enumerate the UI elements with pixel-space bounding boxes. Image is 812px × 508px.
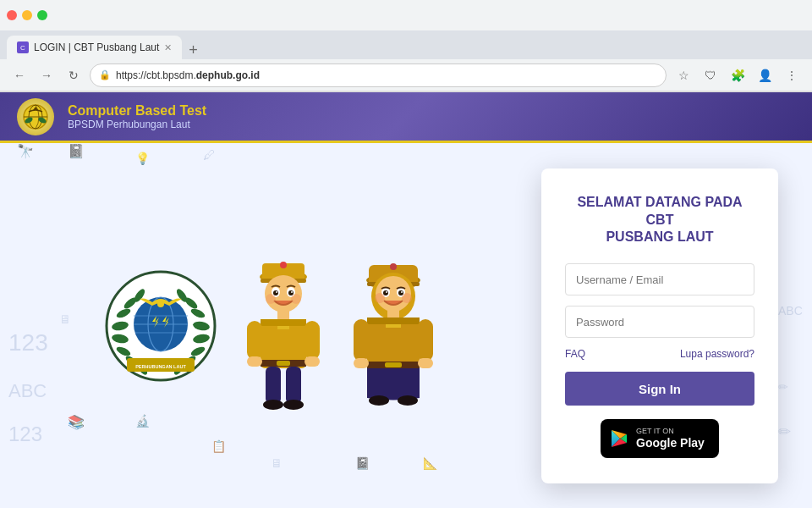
main-area: PERHUBUNGAN LAUT xyxy=(0,143,812,508)
browser-chrome: C LOGIN | CBT Pusbang Laut ✕ + ← → ↻ 🔒 h… xyxy=(0,0,812,92)
google-play-button[interactable]: GET IT ON Google Play xyxy=(601,419,719,458)
google-play-text: GET IT ON Google Play xyxy=(636,427,705,450)
url-display: https://cbt.bpsdm.dephub.go.id xyxy=(116,69,260,81)
svg-rect-52 xyxy=(247,321,262,360)
svg-point-71 xyxy=(401,291,403,293)
login-welcome-title: SELAMAT DATANG PADA CBT PUSBANG LAUT xyxy=(565,194,754,246)
svg-point-36 xyxy=(280,262,287,268)
maximize-window-btn[interactable] xyxy=(37,10,47,20)
svg-rect-82 xyxy=(418,319,433,362)
svg-rect-77 xyxy=(386,324,401,328)
lock-icon: 🔒 xyxy=(99,69,111,80)
password-input[interactable] xyxy=(565,306,754,338)
svg-point-84 xyxy=(369,395,389,406)
svg-point-68 xyxy=(383,290,388,295)
extension-btn[interactable]: 🧩 xyxy=(726,64,749,87)
tab-title: LOGIN | CBT Pusbang Laut xyxy=(34,41,159,53)
svg-rect-79 xyxy=(385,362,402,367)
svg-rect-57 xyxy=(286,367,301,404)
svg-point-42 xyxy=(276,291,277,293)
browser-toolbar: ← → ↻ 🔒 https://cbt.bpsdm.dephub.go.id ☆… xyxy=(0,59,812,91)
character-female-svg xyxy=(347,250,440,411)
google-play-icon xyxy=(609,428,629,449)
svg-rect-76 xyxy=(367,318,420,324)
svg-rect-53 xyxy=(247,356,262,367)
emblem: PERHUBUNGAN LAUT xyxy=(102,267,220,385)
character-male xyxy=(237,250,330,402)
svg-point-40 xyxy=(273,290,278,295)
svg-point-45 xyxy=(291,294,301,304)
faq-link[interactable]: FAQ xyxy=(565,348,585,360)
svg-rect-80 xyxy=(354,319,369,362)
svg-point-85 xyxy=(398,395,418,406)
header-text: Computer Based Test BPSDM Perhubungan La… xyxy=(68,103,206,130)
left-illustrations: PERHUBUNGAN LAUT xyxy=(0,233,541,419)
minimize-window-btn[interactable] xyxy=(22,10,32,20)
add-tab-btn[interactable]: + xyxy=(189,41,198,59)
character-male-svg xyxy=(237,250,330,411)
close-window-btn[interactable] xyxy=(7,10,17,20)
character-female xyxy=(347,250,440,402)
svg-rect-49 xyxy=(277,326,289,329)
svg-rect-56 xyxy=(266,367,281,404)
svg-point-43 xyxy=(291,291,293,293)
page-content: 123 ✏️ 📚 ABC ✏ 🎒 123 📐 ABC 📏 123 ✏ 🔭 📓 💡… xyxy=(0,92,812,508)
address-bar[interactable]: 🔒 https://cbt.bpsdm.dephub.go.id xyxy=(90,64,667,87)
header-subtitle: BPSDM Perhubungan Laut xyxy=(68,119,206,130)
forgot-password-link[interactable]: Lupa password? xyxy=(680,348,754,360)
svg-rect-48 xyxy=(261,319,306,326)
refresh-btn[interactable]: ↻ xyxy=(63,64,85,86)
svg-rect-81 xyxy=(354,358,369,368)
svg-point-72 xyxy=(375,293,385,303)
sign-in-button[interactable]: Sign In xyxy=(565,372,754,406)
svg-point-41 xyxy=(288,290,294,295)
logo-icon xyxy=(22,103,49,130)
svg-text:PERHUBUNGAN LAUT: PERHUBUNGAN LAUT xyxy=(135,364,186,369)
username-input[interactable] xyxy=(565,263,754,295)
svg-point-58 xyxy=(263,400,283,410)
active-tab[interactable]: C LOGIN | CBT Pusbang Laut ✕ xyxy=(7,36,182,59)
svg-rect-55 xyxy=(304,356,320,367)
svg-point-59 xyxy=(283,400,304,410)
site-header: Computer Based Test BPSDM Perhubungan La… xyxy=(0,92,812,143)
svg-rect-51 xyxy=(277,361,290,366)
svg-point-69 xyxy=(398,290,403,295)
header-title: Computer Based Test xyxy=(68,103,206,119)
svg-point-70 xyxy=(386,291,387,293)
forward-btn[interactable]: → xyxy=(36,64,58,86)
svg-point-28 xyxy=(157,301,164,307)
svg-point-44 xyxy=(266,294,276,304)
login-card: SELAMAT DATANG PADA CBT PUSBANG LAUT FAQ… xyxy=(541,168,778,483)
emblem-svg: PERHUBUNGAN LAUT xyxy=(102,267,220,385)
profile-btn[interactable]: 👤 xyxy=(753,64,776,87)
tab-favicon: C xyxy=(17,41,29,53)
form-links: FAQ Lupa password? xyxy=(565,348,754,360)
svg-rect-54 xyxy=(304,321,320,360)
title-bar xyxy=(0,0,812,30)
svg-point-63 xyxy=(390,263,397,270)
shield-btn[interactable]: 🛡 xyxy=(699,64,722,87)
svg-rect-83 xyxy=(418,358,433,368)
site-logo xyxy=(17,98,54,135)
svg-point-37 xyxy=(265,275,302,312)
back-btn[interactable]: ← xyxy=(8,64,30,86)
tab-bar: C LOGIN | CBT Pusbang Laut ✕ + xyxy=(0,30,812,59)
tab-close-btn[interactable]: ✕ xyxy=(164,42,172,53)
menu-btn[interactable]: ⋮ xyxy=(780,64,804,87)
svg-point-73 xyxy=(402,293,412,303)
bookmark-btn[interactable]: ☆ xyxy=(672,64,695,87)
toolbar-actions: ☆ 🛡 🧩 👤 ⋮ xyxy=(672,64,804,87)
